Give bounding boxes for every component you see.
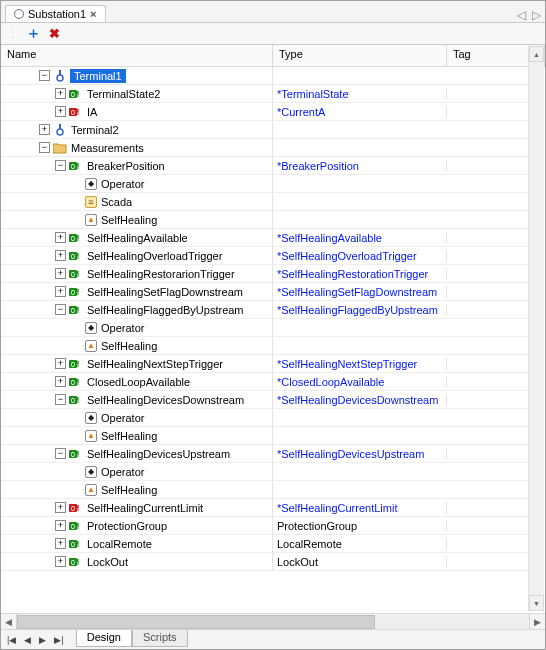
tree-grid[interactable]: −Terminal1+0TerminalState2*TerminalState…	[1, 67, 545, 613]
tree-row[interactable]: −0SelfHealingDevicesDownstream*SelfHeali…	[1, 391, 529, 409]
tag-red-icon: 0	[69, 501, 83, 515]
expand-icon[interactable]: +	[55, 286, 66, 297]
nav-next-icon[interactable]: ▶	[37, 635, 48, 645]
column-header-type[interactable]: Type	[273, 45, 447, 66]
tree-row[interactable]: +0SelfHealingSetFlagDownstream*SelfHeali…	[1, 283, 529, 301]
scroll-right-icon[interactable]: ▶	[529, 614, 545, 630]
type-cell: *ClosedLoopAvailable	[273, 376, 447, 388]
node-label: SelfHealingDevicesUpstream	[86, 448, 230, 460]
nav-last-icon[interactable]: ▶|	[52, 635, 65, 645]
type-cell: LockOut	[273, 556, 447, 568]
tree-row[interactable]: +0SelfHealingRestorarionTrigger*SelfHeal…	[1, 265, 529, 283]
horizontal-scrollbar[interactable]: ◀ ▶	[1, 613, 545, 629]
node-label: SelfHealing	[100, 484, 157, 496]
expand-icon[interactable]: +	[55, 268, 66, 279]
nav-first-icon[interactable]: |◀	[5, 635, 18, 645]
tree-row[interactable]: −0BreakerPosition*BreakerPosition	[1, 157, 529, 175]
expand-icon[interactable]: +	[55, 358, 66, 369]
collapse-icon[interactable]: −	[55, 394, 66, 405]
expand-icon[interactable]: +	[55, 502, 66, 513]
node-label: Operator	[100, 466, 144, 478]
tree-row[interactable]: −Measurements	[1, 139, 529, 157]
collapse-icon[interactable]: −	[55, 160, 66, 171]
node-label: Operator	[100, 412, 144, 424]
collapse-icon[interactable]: −	[39, 142, 50, 153]
tag-green-icon: 0	[69, 519, 83, 533]
expand-icon[interactable]: +	[55, 232, 66, 243]
scroll-up-icon[interactable]	[529, 46, 544, 62]
tree-row[interactable]: SelfHealing	[1, 427, 529, 445]
tree-row[interactable]: Scada	[1, 193, 529, 211]
tree-row[interactable]: −Terminal1	[1, 67, 529, 85]
scroll-left-icon[interactable]: ◀	[1, 614, 17, 630]
close-tab-icon[interactable]: ×	[90, 8, 96, 20]
node-label: Operator	[100, 178, 144, 190]
tree-row[interactable]: Operator	[1, 175, 529, 193]
tree-row[interactable]: +Terminal2	[1, 121, 529, 139]
grid-header: Name Type Tag	[1, 45, 545, 67]
tree-row[interactable]: +0SelfHealingOverloadTrigger*SelfHealing…	[1, 247, 529, 265]
tree-row[interactable]: Operator	[1, 463, 529, 481]
tree-row[interactable]: +0LocalRemoteLocalRemote	[1, 535, 529, 553]
collapse-icon[interactable]: −	[55, 448, 66, 459]
node-label: LocalRemote	[86, 538, 152, 550]
tree-row[interactable]: +0ProtectionGroupProtectionGroup	[1, 517, 529, 535]
column-header-name[interactable]: Name	[1, 45, 273, 66]
collapse-icon[interactable]: −	[55, 304, 66, 315]
tree-row[interactable]: +0SelfHealingCurrentLimit*SelfHealingCur…	[1, 499, 529, 517]
expand-icon[interactable]: +	[55, 556, 66, 567]
expand-icon[interactable]: +	[55, 376, 66, 387]
node-label: SelfHealing	[100, 214, 157, 226]
tree-row[interactable]: Operator	[1, 409, 529, 427]
document-icon	[14, 9, 24, 19]
type-cell: ProtectionGroup	[273, 520, 447, 532]
scroll-thumb[interactable]	[17, 615, 375, 629]
tree-row[interactable]: SelfHealing	[1, 337, 529, 355]
tree-row[interactable]: +0TerminalState2*TerminalState	[1, 85, 529, 103]
tab-next-icon[interactable]: ▷	[532, 8, 541, 22]
delete-button[interactable]: ✖	[49, 26, 60, 41]
svg-text:0: 0	[71, 379, 75, 386]
scroll-track[interactable]	[17, 615, 529, 629]
tag-green-icon: 0	[69, 447, 83, 461]
diamond-icon	[85, 178, 97, 190]
document-tab[interactable]: Substation1 ×	[5, 5, 106, 22]
expand-icon[interactable]: +	[55, 250, 66, 261]
svg-text:0: 0	[71, 253, 75, 260]
nav-prev-icon[interactable]: ◀	[22, 635, 33, 645]
tree-row[interactable]: +0SelfHealingNextStepTrigger*SelfHealing…	[1, 355, 529, 373]
tab-prev-icon[interactable]: ◁	[517, 8, 526, 22]
expand-icon[interactable]: +	[55, 520, 66, 531]
vertical-scrollbar[interactable]	[528, 46, 544, 611]
tab-scripts[interactable]: Scripts	[132, 630, 188, 647]
expand-icon[interactable]: +	[55, 88, 66, 99]
tree-row[interactable]: SelfHealing	[1, 481, 529, 499]
node-label: IA	[86, 106, 97, 118]
node-label: Measurements	[70, 142, 144, 154]
type-cell: *SelfHealingCurrentLimit	[273, 502, 447, 514]
svg-text:0: 0	[71, 361, 75, 368]
tree-row[interactable]: Operator	[1, 319, 529, 337]
terminal-icon	[53, 69, 67, 83]
collapse-icon[interactable]: −	[39, 70, 50, 81]
node-label: ProtectionGroup	[86, 520, 167, 532]
tree-row[interactable]: −0SelfHealingDevicesUpstream*SelfHealing…	[1, 445, 529, 463]
scroll-down-icon[interactable]	[529, 595, 544, 611]
svg-text:0: 0	[71, 271, 75, 278]
expand-icon[interactable]: +	[55, 106, 66, 117]
expand-icon[interactable]: +	[55, 538, 66, 549]
tree-row[interactable]: +0ClosedLoopAvailable*ClosedLoopAvailabl…	[1, 373, 529, 391]
tab-design[interactable]: Design	[76, 630, 132, 647]
tree-row[interactable]: SelfHealing	[1, 211, 529, 229]
svg-text:0: 0	[71, 541, 75, 548]
node-label: Scada	[100, 196, 132, 208]
tree-row[interactable]: +0IA*CurrentA	[1, 103, 529, 121]
tree-row[interactable]: +0SelfHealingAvailable*SelfHealingAvaila…	[1, 229, 529, 247]
tree-row[interactable]: −0SelfHealingFlaggedByUpstream*SelfHeali…	[1, 301, 529, 319]
expand-icon[interactable]: +	[39, 124, 50, 135]
node-label: ClosedLoopAvailable	[86, 376, 190, 388]
tree-row[interactable]: +0LockOutLockOut	[1, 553, 529, 571]
flame-icon	[85, 340, 97, 352]
add-button[interactable]: ＋	[26, 24, 41, 43]
type-cell: *SelfHealingOverloadTrigger	[273, 250, 447, 262]
